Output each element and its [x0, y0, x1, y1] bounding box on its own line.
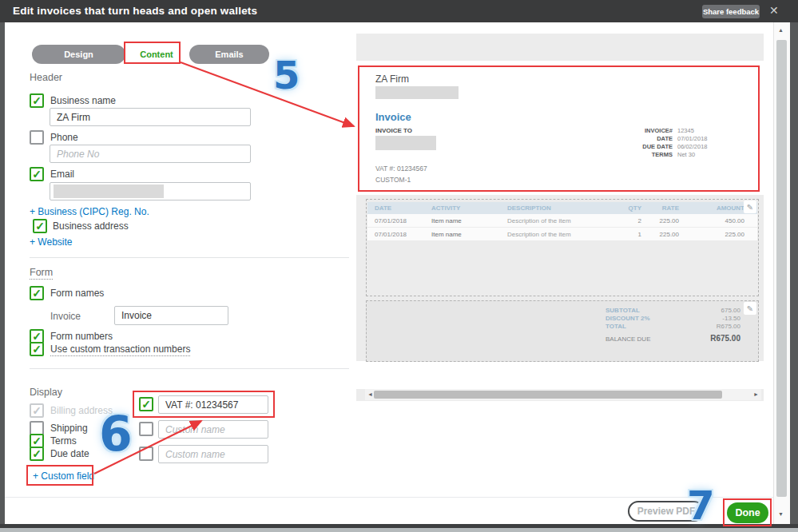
meta-row: INVOICE#12345 [561, 126, 708, 134]
form-numbers-label: Form numbers [50, 331, 113, 342]
phone-checkbox[interactable] [30, 130, 44, 145]
col-amount: AMOUNT [717, 204, 744, 212]
preview-pdf-button[interactable]: Preview PDF [628, 501, 705, 522]
meta-value: Net 30 [677, 151, 695, 158]
terms-label: Terms [50, 435, 77, 447]
invoice-page-footer-area [356, 361, 764, 389]
meta-row: TERMSNet 30 [561, 150, 708, 158]
meta-row: DUE DATE06/02/2018 [561, 142, 708, 150]
vertical-scroll-thumb[interactable] [776, 40, 787, 497]
custom-field-2-input[interactable] [158, 420, 268, 439]
website-link[interactable]: + Website [30, 236, 72, 248]
check-icon: ✓ [141, 399, 151, 410]
business-name-input[interactable] [50, 108, 251, 126]
footer-divider [5, 497, 773, 498]
tab-emails[interactable]: Emails [189, 45, 269, 64]
edit-table-pencil-icon[interactable]: ✎ [744, 200, 756, 213]
col-activity: ACTIVITY [431, 204, 460, 212]
dialog-title: Edit invoices that turn heads and open w… [13, 5, 257, 17]
form-names-checkbox[interactable]: ✓ [30, 286, 44, 300]
done-button[interactable]: Done [727, 502, 768, 523]
business-address-checkbox[interactable]: ✓ [33, 219, 47, 233]
billing-address-checkbox: ✓ [30, 403, 44, 418]
redacted-business-email [375, 86, 459, 99]
edit-invoices-dialog: Edit invoices that turn heads and open w… [0, 0, 798, 532]
check-icon: ✓ [32, 288, 42, 299]
cell-date: 07/01/2018 [375, 217, 407, 224]
check-icon: ✓ [32, 343, 42, 355]
cell-amount: 225.00 [725, 231, 744, 238]
col-date: DATE [375, 204, 391, 212]
cell-qty: 1 [638, 231, 641, 238]
cell-rate: 225.00 [660, 231, 679, 238]
custom-field-2-checkbox[interactable] [139, 422, 153, 436]
cell-activity: Item name [431, 231, 462, 238]
form-section-label: Form [30, 267, 53, 278]
invoice-name-input[interactable] [114, 306, 228, 325]
col-qty: QTY [629, 204, 641, 212]
preview-line-items-table: DATE ACTIVITY DESCRIPTION QTY RATE AMOUN… [366, 199, 759, 296]
cell-amount: 450.00 [725, 217, 744, 224]
check-icon: ✓ [32, 405, 42, 416]
custom-field-1-input[interactable] [158, 395, 268, 414]
balance-due-label: BALANCE DUE [605, 335, 650, 343]
meta-label: INVOICE# [561, 127, 673, 134]
custom-field-1-checkbox[interactable]: ✓ [139, 397, 153, 411]
meta-label: DUE DATE [561, 143, 673, 150]
custom-field-3-input[interactable] [158, 445, 268, 463]
header-section-label: Header [30, 72, 62, 83]
due-date-checkbox[interactable]: ✓ [30, 447, 44, 461]
preview-vat-line: VAT #: 01234567 [375, 165, 427, 173]
preview-invoice-to-label: INVOICE TO [375, 127, 412, 134]
horizontal-scroll-thumb[interactable] [374, 391, 722, 399]
check-icon: ✓ [32, 435, 42, 447]
check-icon: ✓ [32, 448, 42, 459]
business-reg-link[interactable]: + Business (CIPC) Reg. No. [30, 206, 149, 217]
preview-business-name: ZA Firm [375, 73, 409, 85]
business-name-checkbox[interactable]: ✓ [30, 93, 44, 108]
edit-totals-pencil-icon[interactable]: ✎ [744, 302, 756, 315]
scroll-right-icon[interactable]: ► [753, 391, 759, 397]
cell-description: Description of the item [507, 217, 571, 224]
discount-value: -13.50 [722, 315, 740, 322]
custom-transaction-numbers-label: Use custom transaction numbers [50, 343, 190, 356]
cell-rate: 225.00 [660, 217, 679, 224]
close-icon[interactable]: ✕ [769, 4, 779, 17]
meta-label: DATE [561, 135, 673, 142]
tab-design[interactable]: Design [32, 45, 125, 64]
section-divider [30, 368, 349, 369]
redacted-customer [375, 136, 436, 150]
table-row: 07/01/2018 Item name Description of the … [367, 214, 757, 228]
table-header-row: DATE ACTIVITY DESCRIPTION QTY RATE AMOUN… [367, 202, 757, 214]
phone-input[interactable] [50, 145, 251, 163]
meta-row: DATE07/01/2018 [561, 134, 708, 142]
check-icon: ✓ [32, 169, 42, 180]
display-section-label: Display [30, 387, 62, 398]
custom-transaction-numbers-checkbox[interactable]: ✓ [30, 342, 44, 356]
invoice-row-label: Invoice [50, 311, 81, 322]
total-value: R675.00 [717, 323, 740, 330]
share-feedback-button[interactable]: Share feedback [702, 5, 760, 18]
preview-horizontal-scrollbar[interactable]: ◄ ► [365, 389, 761, 400]
scroll-up-icon[interactable]: ▲ [778, 27, 784, 33]
tab-content[interactable]: Content [125, 45, 188, 64]
balance-due-value: R675.00 [710, 334, 740, 343]
scroll-left-icon[interactable]: ◄ [367, 391, 373, 397]
custom-field-link[interactable]: + Custom field [33, 470, 94, 482]
subtotal-label: SUBTOTAL [605, 307, 640, 314]
scroll-down-icon[interactable]: ▼ [778, 511, 784, 517]
email-label: Email [50, 169, 74, 180]
cell-activity: Item name [431, 217, 462, 224]
form-names-label: Form names [50, 288, 104, 299]
total-label: TOTAL [605, 323, 626, 330]
dialog-vertical-scrollbar[interactable]: ▲ ▼ [773, 22, 790, 524]
business-address-label: Business address [53, 220, 129, 232]
check-icon: ✓ [32, 331, 42, 342]
meta-value: 06/02/2018 [677, 143, 708, 150]
email-checkbox[interactable]: ✓ [30, 167, 44, 181]
preview-custom-line: CUSTOM-1 [375, 176, 411, 184]
meta-value: 07/01/2018 [677, 135, 708, 142]
discount-label: DISCOUNT 2% [605, 315, 650, 322]
custom-field-3-checkbox[interactable] [139, 447, 153, 461]
shipping-label: Shipping [50, 423, 88, 434]
